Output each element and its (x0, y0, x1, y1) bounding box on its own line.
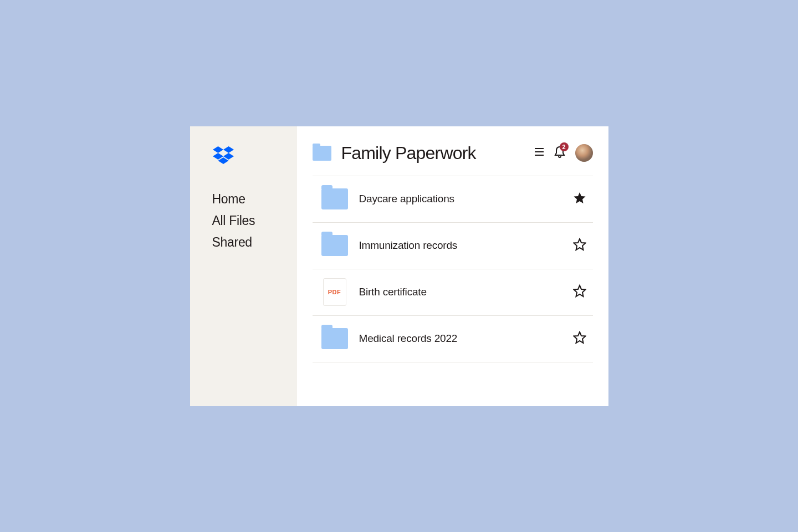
menu-icon[interactable] (534, 147, 544, 158)
app-window: Home All Files Shared Family Paperwork 2 (190, 126, 608, 406)
star-button[interactable] (573, 238, 586, 253)
notifications-button[interactable]: 2 (554, 146, 565, 160)
star-outline-icon (573, 238, 586, 251)
file-row[interactable]: Immunization records (313, 223, 593, 269)
file-name: Birth certificate (359, 286, 573, 298)
sidebar-item-all-files[interactable]: All Files (212, 213, 297, 228)
folder-header: Family Paperwork 2 (313, 143, 593, 163)
notification-badge: 2 (560, 142, 569, 151)
sidebar-item-home[interactable]: Home (212, 192, 297, 207)
file-row[interactable]: PDF Birth certificate (313, 269, 593, 316)
folder-icon (321, 235, 348, 256)
file-name: Medical records 2022 (359, 332, 573, 345)
star-button[interactable] (573, 284, 586, 300)
file-row[interactable]: Daycare applications (313, 176, 593, 223)
folder-icon (321, 188, 348, 209)
star-button[interactable] (573, 191, 586, 207)
folder-title: Family Paperwork (341, 143, 534, 163)
dropbox-logo-icon[interactable] (213, 146, 297, 166)
file-row[interactable]: Medical records 2022 (313, 316, 593, 362)
file-name: Immunization records (359, 239, 573, 252)
file-name: Daycare applications (359, 193, 573, 205)
star-filled-icon (573, 191, 586, 204)
header-actions: 2 (534, 144, 593, 162)
folder-icon (321, 328, 348, 349)
folder-icon (313, 146, 331, 161)
star-outline-icon (573, 284, 586, 298)
main-content: Family Paperwork 2 (297, 126, 608, 406)
avatar[interactable] (575, 144, 593, 162)
pdf-icon: PDF (321, 278, 348, 306)
sidebar-item-shared[interactable]: Shared (212, 235, 297, 250)
star-outline-icon (573, 331, 586, 344)
star-button[interactable] (573, 331, 586, 346)
sidebar: Home All Files Shared (190, 126, 297, 406)
